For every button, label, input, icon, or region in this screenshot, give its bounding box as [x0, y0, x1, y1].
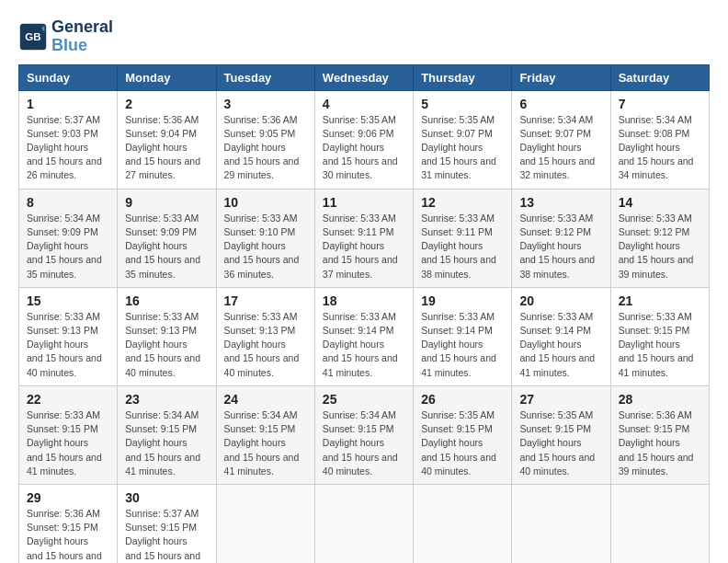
day-info: Sunrise: 5:33 AM Sunset: 9:15 PM Dayligh… [619, 310, 701, 380]
calendar-cell: 16 Sunrise: 5:33 AM Sunset: 9:13 PM Dayl… [118, 287, 216, 385]
sunrise-label: Sunrise: 5:37 AM [27, 114, 100, 125]
calendar-cell: 23 Sunrise: 5:34 AM Sunset: 9:15 PM Dayl… [118, 385, 216, 484]
daylight-label: Daylight hours [27, 437, 88, 448]
weekday-header-sunday: Sunday [19, 64, 118, 90]
day-number: 14 [619, 195, 701, 210]
sunrise-label: Sunrise: 5:36 AM [125, 114, 199, 125]
day-number: 23 [125, 392, 208, 407]
sunrise-label: Sunrise: 5:35 AM [421, 409, 495, 420]
logo-icon: GB [18, 22, 48, 52]
daylight-label: Daylight hours [125, 142, 187, 153]
calendar-cell: 22 Sunrise: 5:33 AM Sunset: 9:15 PM Dayl… [19, 385, 118, 484]
calendar-cell: 5 Sunrise: 5:35 AM Sunset: 9:07 PM Dayli… [414, 90, 512, 189]
daylight-duration: and 15 hours and 40 minutes. [224, 352, 300, 377]
sunrise-label: Sunrise: 5:36 AM [619, 409, 692, 420]
sunset-label: Sunset: 9:03 PM [27, 128, 98, 139]
sunrise-label: Sunrise: 5:33 AM [27, 311, 100, 322]
sunset-label: Sunset: 9:09 PM [125, 226, 197, 237]
sunset-label: Sunset: 9:06 PM [323, 128, 394, 139]
sunrise-label: Sunrise: 5:34 AM [125, 409, 199, 420]
day-number: 9 [125, 195, 208, 210]
sunset-label: Sunset: 9:15 PM [619, 423, 690, 434]
day-info: Sunrise: 5:37 AM Sunset: 9:03 PM Dayligh… [27, 113, 109, 183]
daylight-label: Daylight hours [323, 142, 384, 153]
day-info: Sunrise: 5:35 AM Sunset: 9:06 PM Dayligh… [323, 113, 405, 183]
daylight-duration: and 15 hours and 39 minutes. [619, 254, 694, 279]
daylight-label: Daylight hours [421, 339, 483, 350]
daylight-duration: and 15 hours and 36 minutes. [224, 254, 300, 279]
daylight-label: Daylight hours [224, 240, 286, 251]
sunset-label: Sunset: 9:15 PM [27, 423, 98, 434]
day-info: Sunrise: 5:35 AM Sunset: 9:07 PM Dayligh… [421, 113, 504, 183]
daylight-label: Daylight hours [125, 535, 187, 546]
weekday-header-tuesday: Tuesday [216, 64, 314, 90]
day-info: Sunrise: 5:34 AM Sunset: 9:09 PM Dayligh… [27, 212, 109, 282]
calendar-cell: 4 Sunrise: 5:35 AM Sunset: 9:06 PM Dayli… [314, 90, 413, 189]
day-number: 21 [619, 293, 701, 308]
calendar-week-5: 29 Sunrise: 5:36 AM Sunset: 9:15 PM Dayl… [19, 484, 710, 563]
calendar-cell: 17 Sunrise: 5:33 AM Sunset: 9:13 PM Dayl… [216, 287, 314, 385]
day-number: 6 [519, 97, 602, 111]
calendar-header-row: SundayMondayTuesdayWednesdayThursdayFrid… [19, 64, 710, 90]
sunrise-label: Sunrise: 5:35 AM [421, 114, 495, 125]
sunrise-label: Sunrise: 5:33 AM [619, 213, 692, 224]
sunrise-label: Sunrise: 5:33 AM [323, 213, 396, 224]
sunrise-label: Sunrise: 5:33 AM [519, 213, 593, 224]
day-info: Sunrise: 5:33 AM Sunset: 9:14 PM Dayligh… [519, 310, 602, 380]
day-info: Sunrise: 5:36 AM Sunset: 9:04 PM Dayligh… [125, 113, 208, 183]
daylight-duration: and 15 hours and 38 minutes. [125, 550, 200, 563]
calendar-cell: 13 Sunrise: 5:33 AM Sunset: 9:12 PM Dayl… [512, 189, 610, 287]
daylight-label: Daylight hours [125, 240, 187, 251]
day-number: 13 [519, 195, 602, 210]
calendar-cell: 25 Sunrise: 5:34 AM Sunset: 9:15 PM Dayl… [314, 385, 413, 484]
sunset-label: Sunset: 9:15 PM [125, 423, 197, 434]
calendar-week-2: 8 Sunrise: 5:34 AM Sunset: 9:09 PM Dayli… [19, 189, 710, 287]
calendar-cell: 11 Sunrise: 5:33 AM Sunset: 9:11 PM Dayl… [314, 189, 413, 287]
daylight-label: Daylight hours [421, 142, 483, 153]
daylight-label: Daylight hours [619, 240, 680, 251]
calendar-cell: 3 Sunrise: 5:36 AM Sunset: 9:05 PM Dayli… [216, 90, 314, 189]
day-number: 30 [125, 490, 208, 505]
sunrise-label: Sunrise: 5:33 AM [125, 213, 199, 224]
daylight-label: Daylight hours [323, 339, 384, 350]
calendar-cell: 21 Sunrise: 5:33 AM Sunset: 9:15 PM Dayl… [610, 287, 709, 385]
daylight-duration: and 15 hours and 41 minutes. [125, 452, 200, 477]
day-number: 10 [224, 195, 307, 210]
sunrise-label: Sunrise: 5:35 AM [519, 409, 593, 420]
day-number: 8 [27, 195, 109, 210]
weekday-header-monday: Monday [118, 64, 216, 90]
sunset-label: Sunset: 9:15 PM [421, 423, 493, 434]
day-number: 20 [519, 293, 602, 308]
day-number: 2 [125, 97, 208, 111]
sunrise-label: Sunrise: 5:34 AM [27, 213, 100, 224]
day-info: Sunrise: 5:35 AM Sunset: 9:15 PM Dayligh… [421, 408, 504, 478]
daylight-duration: and 15 hours and 41 minutes. [619, 352, 694, 377]
daylight-duration: and 15 hours and 37 minutes. [323, 254, 398, 279]
calendar-cell: 7 Sunrise: 5:34 AM Sunset: 9:08 PM Dayli… [610, 90, 709, 189]
daylight-label: Daylight hours [519, 437, 581, 448]
day-info: Sunrise: 5:33 AM Sunset: 9:11 PM Dayligh… [421, 212, 504, 282]
daylight-label: Daylight hours [323, 240, 384, 251]
calendar-cell: 18 Sunrise: 5:33 AM Sunset: 9:14 PM Dayl… [314, 287, 413, 385]
calendar-cell: 6 Sunrise: 5:34 AM Sunset: 9:07 PM Dayli… [512, 90, 610, 189]
daylight-duration: and 15 hours and 32 minutes. [519, 155, 595, 180]
day-info: Sunrise: 5:36 AM Sunset: 9:15 PM Dayligh… [27, 507, 109, 563]
calendar-cell: 2 Sunrise: 5:36 AM Sunset: 9:04 PM Dayli… [118, 90, 216, 189]
daylight-duration: and 15 hours and 40 minutes. [519, 452, 595, 477]
sunset-label: Sunset: 9:15 PM [224, 423, 296, 434]
day-number: 1 [27, 97, 109, 111]
sunrise-label: Sunrise: 5:34 AM [519, 114, 593, 125]
sunset-label: Sunset: 9:15 PM [519, 423, 591, 434]
calendar-cell: 8 Sunrise: 5:34 AM Sunset: 9:09 PM Dayli… [19, 189, 118, 287]
daylight-duration: and 15 hours and 41 minutes. [27, 452, 102, 477]
daylight-duration: and 15 hours and 39 minutes. [27, 550, 102, 563]
daylight-label: Daylight hours [421, 437, 483, 448]
day-number: 19 [421, 293, 504, 308]
daylight-duration: and 15 hours and 29 minutes. [224, 155, 300, 180]
day-number: 4 [323, 97, 405, 111]
sunset-label: Sunset: 9:11 PM [323, 226, 394, 237]
sunset-label: Sunset: 9:14 PM [421, 325, 493, 336]
day-info: Sunrise: 5:35 AM Sunset: 9:15 PM Dayligh… [519, 408, 602, 478]
day-info: Sunrise: 5:33 AM Sunset: 9:12 PM Dayligh… [519, 212, 602, 282]
calendar-cell [512, 484, 610, 563]
